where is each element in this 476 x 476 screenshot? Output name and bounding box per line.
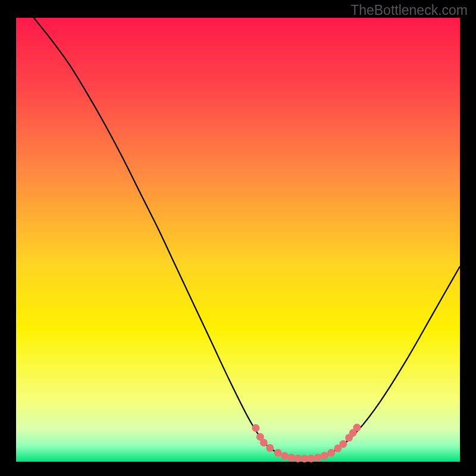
valley-marker	[353, 424, 361, 431]
valley-marker	[260, 439, 268, 446]
valley-marker	[321, 452, 328, 459]
plot-background	[16, 18, 460, 462]
valley-marker	[266, 444, 274, 452]
valley-marker	[308, 455, 315, 462]
valley-marker	[294, 455, 302, 462]
valley-marker	[281, 452, 289, 460]
bottleneck-chart	[0, 0, 476, 476]
valley-marker	[274, 449, 282, 457]
valley-marker	[252, 424, 259, 432]
valley-marker	[314, 453, 322, 461]
valley-marker	[327, 449, 335, 457]
valley-marker	[339, 440, 347, 448]
valley-marker	[287, 453, 295, 461]
valley-marker	[300, 455, 308, 462]
chart-container: TheBottleneck.com	[0, 0, 476, 476]
